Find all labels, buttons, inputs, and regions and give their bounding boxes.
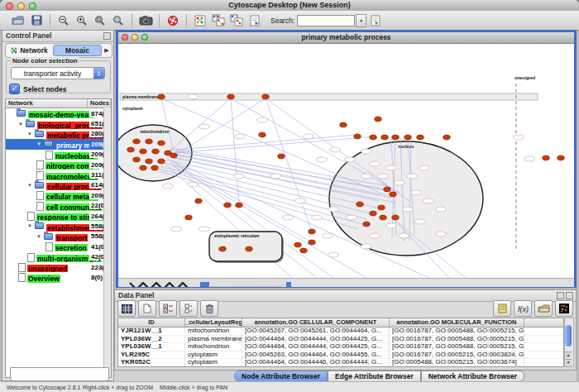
selected-gene-node[interactable] <box>133 139 141 144</box>
selected-gene-node[interactable] <box>236 203 243 208</box>
annotation-button[interactable] <box>246 12 263 29</box>
tab-network[interactable]: Network <box>6 45 53 56</box>
tab-edge-attribute-browser[interactable]: Edge Attribute Browser <box>328 370 421 382</box>
heatmap-button[interactable] <box>555 300 573 317</box>
selected-gene-node[interactable] <box>300 248 308 253</box>
network-tree-row[interactable]: ▼primary metabo209(... <box>6 139 111 149</box>
selected-gene-node[interactable] <box>417 135 424 140</box>
column-header[interactable]: ID <box>118 318 185 327</box>
open-session-button[interactable] <box>10 12 26 29</box>
gene-node[interactable] <box>361 174 372 179</box>
import-network-button[interactable] <box>210 12 227 29</box>
zoom-fit-button[interactable] <box>92 12 108 29</box>
network-tree-row[interactable]: nitrogen compo209(0) <box>6 160 111 170</box>
network-tree-row[interactable]: ▼cellular process614(0) <box>6 180 111 190</box>
gene-node[interactable] <box>295 198 306 203</box>
gene-node[interactable] <box>257 117 268 122</box>
selected-gene-node[interactable] <box>380 215 387 220</box>
tab-network-attribute-browser[interactable]: Network Attribute Browser <box>421 370 524 382</box>
zoom-in-button[interactable] <box>74 12 90 29</box>
float-panel-icon[interactable] <box>103 32 111 40</box>
network-tree-row[interactable]: macromolecule311(0) <box>6 170 111 179</box>
import-attribute-file-button[interactable] <box>534 300 553 317</box>
gene-node[interactable] <box>312 215 323 220</box>
network-tree-row[interactable]: mosaic-demo-yeast874(0) <box>6 108 111 118</box>
search-input[interactable] <box>297 15 355 26</box>
close-panel-icon[interactable] <box>566 292 573 299</box>
gene-node[interactable] <box>378 174 389 179</box>
notes-button[interactable] <box>493 300 511 317</box>
gene-node[interactable] <box>304 134 314 139</box>
selected-gene-node[interactable] <box>246 246 253 251</box>
gene-node[interactable] <box>524 156 535 161</box>
select-attributes-button[interactable] <box>159 300 177 317</box>
gene-node[interactable] <box>419 165 430 170</box>
gene-node[interactable] <box>345 157 356 162</box>
unselect-attributes-button[interactable] <box>179 300 198 317</box>
create-network-view-button[interactable] <box>192 12 208 29</box>
attribute-row[interactable]: YPL036W__2plasma membrane[GO:0044464, GO… <box>118 336 563 344</box>
selected-gene-node[interactable] <box>354 134 361 139</box>
gene-node[interactable] <box>323 233 333 238</box>
tree-expander-icon[interactable]: ▼ <box>27 223 35 228</box>
advanced-search-button[interactable] <box>367 12 384 29</box>
selected-gene-node[interactable] <box>340 122 347 127</box>
float-panel-icon[interactable] <box>557 292 564 299</box>
network-tree-row[interactable]: ▼establishment of lo558(0) <box>6 221 111 231</box>
tab-overflow-button[interactable]: ▶ <box>102 47 112 54</box>
selected-gene-node[interactable] <box>195 198 203 203</box>
gene-node[interactable] <box>403 207 414 212</box>
selected-gene-node[interactable] <box>227 94 235 99</box>
selected-gene-node[interactable] <box>443 135 451 140</box>
selected-gene-node[interactable] <box>404 135 412 140</box>
selected-gene-node[interactable] <box>151 165 159 170</box>
gene-node[interactable] <box>411 190 422 195</box>
gene-node[interactable] <box>317 157 328 162</box>
selected-gene-node[interactable] <box>370 211 377 216</box>
selected-gene-node[interactable] <box>392 215 400 220</box>
tree-expander-icon[interactable]: ▼ <box>36 141 44 146</box>
scrollbar-thumb[interactable] <box>565 325 572 347</box>
gene-node[interactable] <box>361 244 372 249</box>
attribute-row[interactable]: YKR052Ccytoplasm[GO:0044464, GO:0044446,… <box>118 359 563 367</box>
gene-node[interactable] <box>270 174 281 179</box>
selected-gene-node[interactable] <box>309 229 316 234</box>
attribute-row[interactable]: YJR121W__1mitochondrion[GO:0045267, GO:0… <box>118 327 563 336</box>
column-header[interactable]: _cellularLayoutRegion <box>185 318 242 327</box>
help-button[interactable] <box>165 12 181 29</box>
new-attribute-button[interactable] <box>138 300 156 317</box>
table-scrollbar[interactable]: ▲ ▼ <box>564 318 574 367</box>
gene-node[interactable] <box>234 174 245 179</box>
gene-node[interactable] <box>199 227 210 232</box>
tree-column-network[interactable]: Network <box>6 99 88 108</box>
tab-node-attribute-browser[interactable]: Node Attribute Browser <box>234 370 328 382</box>
gene-node[interactable] <box>328 252 339 257</box>
gene-node[interactable] <box>199 124 210 129</box>
selected-gene-node[interactable] <box>158 94 165 99</box>
gene-node[interactable] <box>361 149 372 154</box>
network-tree-row[interactable]: ▼transport558(0) <box>6 232 111 241</box>
network-tree-row[interactable]: ▼biological_process651(0) <box>6 118 111 128</box>
tree-scrollbar[interactable] <box>103 108 111 377</box>
selected-gene-node[interactable] <box>392 135 400 140</box>
network-tree-row[interactable]: unassigned223(0) <box>6 262 111 272</box>
selected-gene-node[interactable] <box>384 187 391 192</box>
gene-node[interactable] <box>436 232 447 237</box>
selected-gene-node[interactable] <box>158 159 165 164</box>
import-attributes-button[interactable] <box>228 12 245 29</box>
formula-button[interactable]: f(x) <box>514 300 532 317</box>
gene-node[interactable] <box>328 207 339 212</box>
gene-node[interactable] <box>330 147 341 152</box>
selected-gene-node[interactable] <box>309 240 316 245</box>
gene-node[interactable] <box>415 219 426 224</box>
selected-gene-node[interactable] <box>146 159 153 164</box>
tree-expander-icon[interactable]: ▼ <box>27 131 35 136</box>
gene-node[interactable] <box>188 182 199 187</box>
gene-node[interactable] <box>407 174 418 179</box>
selected-gene-node[interactable] <box>133 157 141 162</box>
gene-node[interactable] <box>171 227 182 232</box>
column-header[interactable]: annotation.GO CELLULAR_COMPONENT <box>242 318 390 327</box>
selected-gene-node[interactable] <box>375 117 382 122</box>
gene-node[interactable] <box>370 233 380 238</box>
tab-mosaic[interactable]: Mosaic <box>53 45 102 56</box>
